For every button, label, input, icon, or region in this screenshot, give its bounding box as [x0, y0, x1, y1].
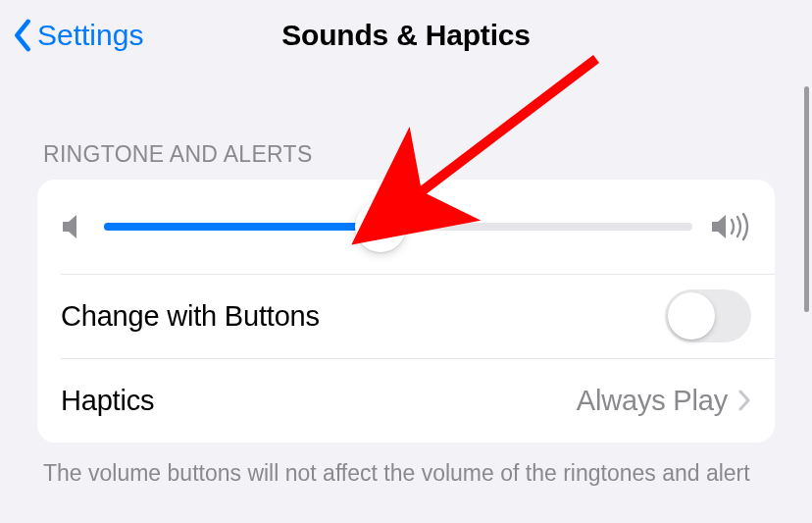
toggle-knob — [668, 292, 715, 340]
navigation-bar: Settings Sounds & Haptics — [0, 0, 812, 71]
haptics-label: Haptics — [61, 385, 577, 417]
svg-line-0 — [422, 59, 596, 191]
change-with-buttons-toggle[interactable] — [665, 289, 751, 342]
volume-low-icon — [61, 213, 86, 240]
scrollbar[interactable] — [804, 86, 809, 312]
volume-slider[interactable] — [104, 223, 692, 231]
change-with-buttons-row[interactable]: Change with Buttons — [37, 274, 775, 358]
change-with-buttons-label: Change with Buttons — [61, 300, 665, 333]
slider-thumb[interactable] — [355, 201, 406, 252]
chevron-left-icon — [12, 19, 33, 52]
volume-slider-row — [37, 180, 775, 274]
section-footer: The volume buttons will not affect the v… — [43, 458, 769, 489]
settings-card: Change with Buttons Haptics Always Play — [37, 180, 775, 443]
haptics-row[interactable]: Haptics Always Play — [37, 358, 775, 443]
back-button[interactable]: Settings — [12, 19, 143, 52]
chevron-right-icon — [737, 389, 751, 412]
volume-high-icon — [710, 212, 751, 241]
haptics-value: Always Play — [577, 385, 728, 417]
back-label: Settings — [37, 19, 143, 52]
slider-fill — [104, 223, 381, 231]
section-header: RINGTONE AND ALERTS — [43, 141, 775, 168]
